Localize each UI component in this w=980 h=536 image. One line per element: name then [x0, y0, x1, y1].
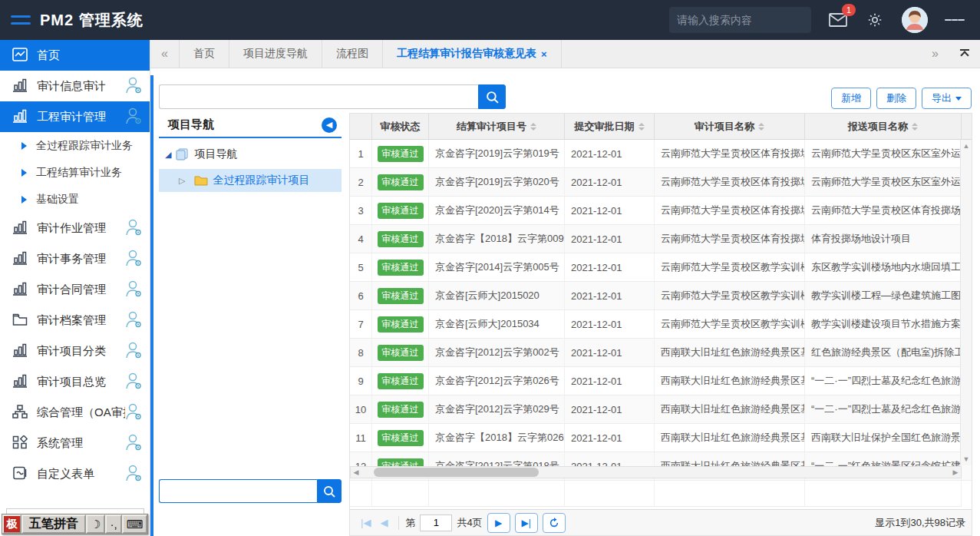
sort-carets-icon[interactable] [530, 123, 536, 131]
ime-fullhalf-moon-icon[interactable]: ☽ [86, 514, 105, 534]
table-row-4[interactable]: 4审核通过京金咨字【2018】云字第009号2021-12-01云南师范大学呈贡… [350, 225, 972, 253]
settings-button[interactable] [865, 10, 885, 30]
sidebar-item-1[interactable]: 审计信息审计 [0, 71, 150, 101]
messages-button[interactable]: 1 [828, 10, 848, 30]
sidebar-item-3[interactable]: 审计作业管理 [0, 213, 150, 243]
user-gear-icon[interactable] [125, 280, 142, 300]
sidebar-subitem-2-0[interactable]: 全过程跟踪审计业务 [0, 132, 150, 159]
refresh-button[interactable] [543, 513, 566, 533]
audit-project-name-cell: 云南师范大学呈贡校区体育投掷场地 [655, 140, 805, 167]
ime-mode-button[interactable]: 五笔拼音 [21, 514, 86, 534]
tab-2[interactable]: 流程图 [322, 40, 383, 68]
scroll-right-icon[interactable]: ▶ [950, 468, 961, 476]
column-header-5[interactable]: 报送项目名称 [805, 114, 962, 139]
sidebar-subitem-2-2[interactable]: 基础设置 [0, 186, 150, 213]
delete-button[interactable]: 删除 [876, 88, 916, 109]
tree-collapse-triangle-icon[interactable]: ▷ [179, 176, 185, 186]
sort-carets-icon[interactable] [758, 123, 764, 131]
user-gear-icon[interactable] [125, 402, 142, 423]
tabs-scroll-right-icon[interactable]: » [921, 47, 949, 61]
scroll-left-icon[interactable]: ◀ [351, 468, 361, 476]
sidebar-item-9[interactable]: 综合管理（OA审批） [0, 397, 150, 428]
add-button[interactable]: 新增 [831, 88, 871, 109]
table-row-1[interactable]: 1审核通过京金咨字[2019]云字第019号2021-12-01云南师范大学呈贡… [350, 140, 972, 168]
user-gear-icon[interactable] [125, 76, 142, 97]
table-row-8[interactable]: 8审核通过京金咨字[2012]云字第002号2021-12-01西南联大旧址红色… [350, 339, 972, 367]
table-row-6[interactable]: 6审核通过京金咨[云师大]20150202021-12-01云南师范大学呈贡校区… [350, 282, 972, 310]
table-row-10[interactable]: 10审核通过京金咨字[2012]云字第029号2021-12-01西南联大旧址红… [350, 395, 972, 424]
export-button[interactable]: 导出 [922, 88, 972, 109]
vertical-scrollbar[interactable]: ▲ ▼ [960, 140, 972, 465]
column-header-2[interactable]: 结算审计项目号 [429, 114, 565, 139]
collapse-tabs-icon[interactable] [960, 49, 969, 58]
tree-root-node[interactable]: ◢ 项目导航 [159, 143, 342, 166]
column-header-3[interactable]: 提交审批日期 [565, 114, 655, 139]
sidebar-item-0[interactable]: 首页 [0, 40, 150, 71]
submit-date-cell: 2021-12-01 [565, 424, 655, 452]
prev-page-button[interactable]: ◀ [380, 517, 388, 528]
user-avatar[interactable] [902, 7, 928, 33]
tree-expand-icon[interactable]: ◢ [165, 150, 171, 160]
sidebar-item-8[interactable]: 审计项目总览 [0, 366, 150, 397]
tab-1[interactable]: 项目进度导航 [229, 40, 322, 68]
first-page-button[interactable]: |◀ [361, 517, 371, 528]
tree-child-node[interactable]: ▷ 全过程跟踪审计项目 [159, 169, 342, 192]
table-row-11[interactable]: 11审核通过京金咨字【2018】云字第026号2021-12-01西南联大旧址红… [350, 424, 972, 452]
project-no-cell: 京金咨字【2018】云字第009号 [429, 225, 565, 253]
user-gear-icon[interactable] [125, 464, 142, 485]
sidebar-item-2[interactable]: 工程审计管理 [0, 101, 150, 132]
scroll-up-icon[interactable]: ▲ [963, 140, 970, 152]
last-page-button[interactable]: ▶| [515, 513, 538, 533]
sort-carets-icon[interactable] [912, 123, 918, 131]
sidebar-toggle-icon[interactable] [11, 13, 31, 27]
table-header-row: 审核状态结算审计项目号提交审批日期审计项目名称报送项目名称 [350, 114, 972, 140]
panel-splitter[interactable] [150, 75, 153, 536]
user-gear-icon[interactable] [125, 218, 142, 239]
tab-0[interactable]: 首页 [179, 40, 229, 68]
global-search[interactable] [669, 7, 811, 33]
table-row-9[interactable]: 9审核通过京金咨字[2012]云字第026号2021-12-01西南联大旧址红色… [350, 367, 972, 395]
tab-label: 工程结算审计报告审核意见表 [397, 47, 536, 61]
scroll-down-icon[interactable]: ▼ [963, 453, 970, 465]
user-gear-icon[interactable] [125, 310, 142, 331]
table-search-input[interactable] [159, 84, 478, 109]
next-page-button[interactable]: ▶ [487, 513, 510, 533]
user-gear-icon[interactable] [125, 249, 142, 270]
sidebar-item-6[interactable]: 审计档案管理 [0, 305, 150, 336]
user-gear-icon[interactable] [125, 107, 142, 127]
table-row-2[interactable]: 2审核通过京金咨字[2019]云字第020号2021-12-01云南师范大学呈贡… [350, 168, 972, 197]
menu-list-icon[interactable] [945, 10, 965, 30]
app-window: PM2 管理系统 1 [0, 0, 980, 536]
user-gear-icon[interactable] [125, 341, 142, 362]
user-gear-icon[interactable] [125, 372, 142, 392]
tree-search-input[interactable] [159, 479, 317, 503]
user-gear-icon[interactable] [125, 433, 142, 454]
page-number-input[interactable] [420, 514, 452, 531]
sidebar-item-4[interactable]: 审计事务管理 [0, 243, 150, 274]
close-icon[interactable]: × [541, 48, 547, 60]
table-row-5[interactable]: 5审核通过京金咨字[2014]云字第005号2021-12-01云南师范大学呈贡… [350, 253, 972, 282]
hscroll-thumb[interactable] [374, 468, 539, 477]
table-row-7[interactable]: 7审核通过京金咨[云师大]20150342021-12-01云南师范大学呈贡校区… [350, 310, 972, 339]
tree-search-button[interactable] [317, 479, 342, 503]
project-no-cell: 京金咨[云师大]2015034 [429, 310, 565, 338]
sidebar-item-7[interactable]: 审计项目分类 [0, 336, 150, 366]
ime-toolbar: 极 五笔拼音 ☽ ·, ⌨ [2, 514, 148, 534]
global-search-input[interactable] [677, 14, 816, 26]
table-search-button[interactable] [478, 84, 506, 109]
sidebar-item-5[interactable]: 审计合同管理 [0, 274, 150, 305]
table-row-3[interactable]: 3审核通过京金咨字[2020]云字第014号2021-12-01云南师范大学呈贡… [350, 197, 972, 225]
sort-carets-icon[interactable] [638, 123, 645, 131]
horizontal-scrollbar[interactable]: ◀ ▶ [350, 466, 962, 478]
tree-collapse-button[interactable]: ◀ [322, 117, 337, 133]
project-tree-panel: 项目导航 ◀ ◢ 项目导航 ▷ 全过程跟踪审计项目 [159, 113, 342, 478]
ime-keyboard-icon[interactable]: ⌨ [122, 514, 148, 534]
column-header-4[interactable]: 审计项目名称 [655, 114, 805, 139]
sidebar-item-11[interactable]: 自定义表单 [0, 458, 150, 489]
sidebar-item-10[interactable]: 系统管理 [0, 428, 150, 458]
tabs-scroll-left-icon[interactable]: « [150, 47, 179, 61]
ime-logo-icon[interactable]: 极 [2, 514, 21, 534]
sidebar-subitem-2-1[interactable]: 工程结算审计业务 [0, 159, 150, 186]
tab-3[interactable]: 工程结算审计报告审核意见表× [383, 40, 562, 68]
ime-punctuation-icon[interactable]: ·, [105, 514, 121, 534]
